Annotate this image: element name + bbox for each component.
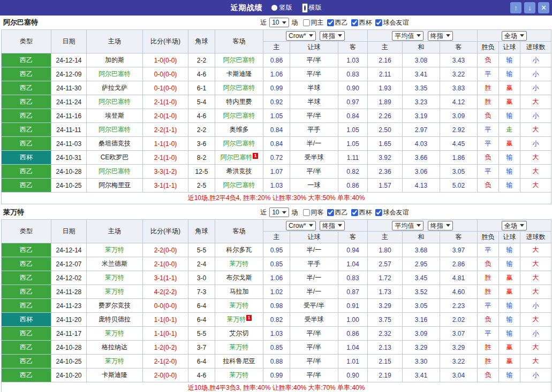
title-bar: 近期战绩 竖版 横版 ↑ ↓ ✕ — [0, 0, 552, 16]
filter-controls: 近 10 场 同客西乙西杯球会友谊 — [259, 207, 409, 217]
filter-checkbox[interactable]: 西杯 — [351, 18, 372, 27]
away-team: 希洪竞技 — [215, 165, 263, 179]
home-team: 阿尔巴塞特 — [87, 165, 143, 179]
checkbox-input[interactable] — [327, 19, 334, 26]
final-odds-select-2[interactable]: 终指 — [428, 221, 453, 230]
final-odds-select-2[interactable]: 终指 — [428, 31, 453, 41]
bookmaker-select[interactable]: Crow* — [286, 221, 316, 230]
score: 2-1(2-0) — [143, 355, 188, 368]
avg-away-odds: 2.86 — [440, 257, 478, 271]
close-button[interactable]: ✕ — [538, 2, 549, 13]
final-odds-select[interactable]: 终指 — [320, 221, 345, 230]
result-handicap: 赢 — [499, 81, 520, 95]
layout-radio-horizontal[interactable]: 横版 — [301, 3, 322, 13]
handicap-line: 半/一 — [290, 285, 338, 299]
avg-away-odds: 4.12 — [440, 95, 478, 109]
filter-checkbox[interactable]: 同主 — [303, 18, 324, 27]
chevron-down-icon — [520, 224, 524, 227]
full-match-select[interactable]: 全场 — [502, 221, 527, 230]
col-header-wdl: 胜负 — [478, 232, 499, 243]
full-match-select[interactable]: 全场 — [502, 31, 527, 41]
average-select[interactable]: 平均值 — [392, 221, 424, 230]
handicap-away-odds: 0.84 — [338, 109, 368, 123]
avg-away-odds: 3.97 — [440, 243, 478, 257]
match-count-select[interactable]: 10 — [269, 207, 289, 217]
avg-home-odds: 2.26 — [368, 109, 403, 123]
away-team: 莱万特1 — [215, 313, 263, 327]
score: 3-3(1-2) — [143, 165, 188, 179]
bookmaker-select[interactable]: Crow* — [286, 31, 316, 41]
avg-home-odds: 2.57 — [368, 257, 403, 271]
result-wdl: 负 — [478, 109, 499, 123]
match-row: 西乙24-10-25阿尔梅里亚3-1(1-1)2-5阿尔巴塞特1.03一球0.8… — [2, 179, 551, 193]
match-count-select[interactable]: 10 — [269, 18, 289, 27]
filter-checkbox[interactable]: 球会友谊 — [375, 208, 409, 217]
corner-score: 2-4 — [188, 257, 215, 271]
match-row: 西乙24-12-02莱万特3-1(1-1)3-0布尔戈斯1.06半/一0.831… — [2, 271, 551, 285]
team-name: 阿尔巴塞特 — [1, 18, 38, 27]
filter-checkbox[interactable]: 西杯 — [351, 208, 372, 217]
average-select[interactable]: 平均值 — [392, 31, 424, 41]
result-goals: 大 — [520, 165, 551, 179]
handicap-away-odds: 1.01 — [338, 355, 368, 368]
col-header-away: 客场 — [215, 30, 263, 53]
match-date: 24-11-30 — [51, 81, 87, 95]
home-team: 莱万特 — [87, 355, 143, 368]
result-goals: 大 — [520, 355, 551, 368]
avg-draw-odds: 3.06 — [403, 165, 440, 179]
avg-draw-odds: 3.41 — [403, 368, 440, 382]
scroll-down-button[interactable]: ↓ — [524, 2, 535, 13]
corner-score: 4-6 — [188, 67, 215, 81]
col-header-handicap-away: 客 — [338, 232, 368, 243]
home-team: 莱万特 — [87, 327, 143, 341]
avg-draw-odds: 3.30 — [403, 355, 440, 368]
checkbox-input[interactable] — [351, 19, 358, 26]
filter-checkbox[interactable]: 西乙 — [327, 208, 348, 217]
avg-away-odds: 3.43 — [440, 53, 478, 67]
home-team: 米兰德斯 — [87, 257, 143, 271]
filter-checkbox[interactable]: 同客 — [303, 208, 324, 217]
result-goals: 小 — [520, 327, 551, 341]
final-odds-select[interactable]: 终指 — [320, 31, 345, 41]
match-row: 西乙24-11-30萨拉戈萨0-1(0-0)6-1阿尔巴塞特0.99半球0.90… — [2, 81, 551, 95]
score: 2-1(1-0) — [143, 151, 188, 165]
avg-away-odds: 3.29 — [440, 341, 478, 355]
result-goals: 大 — [520, 271, 551, 285]
corner-score: 2-2 — [188, 123, 215, 137]
match-row: 西乙24-11-28莱万特4-2(2-2)7-3马拉加1.02半/一0.871.… — [2, 285, 551, 299]
home-team: 加的斯 — [87, 53, 143, 67]
record-summary: 近10场,胜4平3负3, 胜率:40% 让胜率:40% 大率:70% 单率:40… — [2, 382, 551, 392]
filter-checkbox[interactable]: 球会友谊 — [375, 18, 409, 27]
avg-draw-odds: 3.08 — [403, 53, 440, 67]
full-match-value: 全场 — [504, 222, 517, 229]
col-header-type: 类型 — [2, 220, 51, 243]
handicap-line: 受半球 — [290, 313, 338, 327]
result-handicap: 赢 — [499, 271, 520, 285]
col-header-goals: 进球数 — [520, 42, 551, 53]
handicap-home-odds: 1.06 — [263, 67, 290, 81]
checkbox-input[interactable] — [375, 19, 382, 26]
match-row: 西乙24-12-09阿尔巴塞特0-0(0-0)4-6卡斯迪隆1.06平/半0.8… — [2, 67, 551, 81]
handicap-line: 半球 — [290, 81, 338, 95]
away-team: 阿尔巴塞特 — [215, 53, 263, 67]
avg-away-odds: 3.05 — [440, 165, 478, 179]
result-handicap: 输 — [499, 299, 520, 313]
filter-checkbox[interactable]: 西乙 — [327, 18, 348, 27]
checkbox-input[interactable] — [303, 19, 310, 26]
result-handicap: 输 — [499, 243, 520, 257]
checkbox-input[interactable] — [327, 209, 334, 216]
layout-radio-vertical[interactable]: 竖版 — [271, 3, 292, 12]
record-summary: 近10场,胜2平4负4, 胜率:20% 让胜率:30% 大率:50% 单率:40… — [2, 193, 551, 204]
checkbox-input[interactable] — [375, 209, 382, 216]
col-header-avg-draw: 和 — [403, 42, 440, 53]
checkbox-input[interactable] — [351, 209, 358, 216]
checkbox-input[interactable] — [303, 209, 310, 216]
avg-draw-odds: 2.95 — [403, 257, 440, 271]
corner-score: 4-6 — [188, 368, 215, 382]
handicap-home-odds: 1.03 — [263, 327, 290, 341]
away-team: 科尔多瓦 — [215, 243, 263, 257]
match-date: 24-10-28 — [51, 341, 87, 355]
handicap-home-odds: 1.05 — [263, 109, 290, 123]
scroll-up-button[interactable]: ↑ — [510, 2, 521, 13]
result-goals: 大 — [520, 257, 551, 271]
